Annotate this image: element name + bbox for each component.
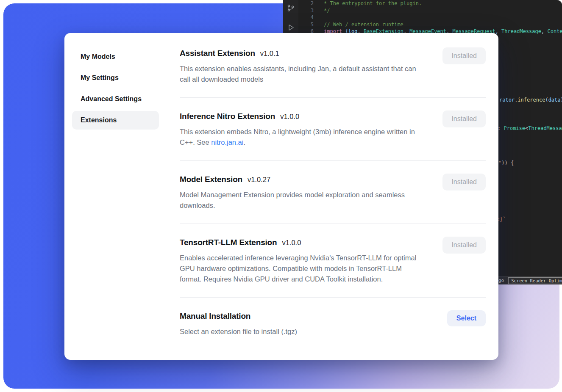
extension-info: TensortRT-LLM Extension v1.0.0 Enables a… bbox=[180, 237, 442, 284]
code-token: Promise bbox=[504, 125, 525, 131]
line-number: 3 bbox=[301, 8, 314, 14]
source-control-icon[interactable] bbox=[287, 4, 295, 12]
extension-description: This extension embeds Nitro, a lightweig… bbox=[180, 127, 425, 148]
installed-button[interactable]: Installed bbox=[442, 174, 486, 190]
description-text: . bbox=[243, 138, 245, 146]
settings-modal: My Models My Settings Advanced Settings … bbox=[64, 33, 498, 360]
extension-title-row: Inference Nitro Extension v1.0.0 bbox=[180, 110, 442, 122]
screen-reader-badge[interactable]: Screen Reader Optimized bbox=[508, 277, 562, 284]
sidebar-item-advanced-settings[interactable]: Advanced Settings bbox=[72, 90, 159, 108]
code-token: rator bbox=[499, 97, 515, 103]
status-bar-text: go bbox=[498, 278, 504, 283]
extension-description: Enables accelerated inference leveraging… bbox=[180, 253, 425, 284]
line-number: 4 bbox=[301, 14, 314, 20]
extension-title-row: Assistant Extension v1.0.1 bbox=[180, 47, 442, 59]
code-token: ContentType bbox=[547, 28, 562, 34]
extension-description: Select an extension file to install (.tg… bbox=[180, 326, 425, 337]
code-line-5: // Web / extension runtime bbox=[324, 22, 403, 28]
run-debug-icon[interactable] bbox=[287, 24, 295, 31]
code-fragment: ")) { bbox=[498, 160, 514, 166]
select-file-button[interactable]: Select bbox=[447, 310, 486, 326]
code-token: ThreadMessage bbox=[501, 28, 541, 34]
code-token: : bbox=[498, 125, 504, 131]
extension-version: v1.0.0 bbox=[280, 113, 299, 121]
code-token: inference bbox=[517, 97, 545, 103]
extension-version: v1.0.27 bbox=[248, 176, 270, 184]
extension-title-row: Manual Installation bbox=[180, 310, 447, 322]
extension-section-tensorrt: TensortRT-LLM Extension v1.0.0 Enables a… bbox=[180, 224, 486, 298]
extension-title: Inference Nitro Extension bbox=[180, 110, 275, 122]
extension-info: Manual Installation Select an extension … bbox=[180, 310, 447, 337]
manual-installation-section: Manual Installation Select an extension … bbox=[180, 298, 486, 350]
extension-info: Model Extension v1.0.27 Model Management… bbox=[180, 174, 442, 211]
code-token: data bbox=[548, 97, 561, 103]
settings-sidebar: My Models My Settings Advanced Settings … bbox=[64, 33, 165, 360]
code-token: ( bbox=[545, 97, 548, 103]
installed-button[interactable]: Installed bbox=[442, 47, 486, 64]
extension-title-row: Model Extension v1.0.27 bbox=[180, 174, 442, 185]
code-line-3: */ bbox=[324, 8, 330, 14]
extension-description: Model Management Extension provides mode… bbox=[180, 190, 425, 211]
extension-version: v1.0.0 bbox=[282, 239, 301, 247]
extension-section-model: Model Extension v1.0.27 Model Management… bbox=[180, 161, 486, 224]
extension-info: Assistant Extension v1.0.1 This extensio… bbox=[180, 47, 442, 85]
code-token: ); bbox=[561, 97, 562, 103]
code-token: , bbox=[541, 28, 547, 34]
extensions-panel: Assistant Extension v1.0.1 This extensio… bbox=[165, 33, 498, 360]
extension-version: v1.0.1 bbox=[260, 50, 279, 58]
nitro-jan-ai-link[interactable]: nitro.jan.ai bbox=[211, 138, 243, 146]
extension-description: This extension enables assistants, inclu… bbox=[180, 63, 425, 85]
sidebar-item-extensions[interactable]: Extensions bbox=[72, 111, 159, 130]
sidebar-item-my-models[interactable]: My Models bbox=[72, 47, 159, 66]
code-fragment: : Promise<ThreadMessage> bbox=[498, 125, 562, 131]
extension-title: Manual Installation bbox=[180, 310, 250, 322]
code-token: , bbox=[495, 28, 501, 34]
extension-title: Model Extension bbox=[180, 174, 242, 185]
code-token: )) { bbox=[501, 160, 514, 166]
installed-button[interactable]: Installed bbox=[442, 237, 486, 254]
code-fragment: rator.inference(data); bbox=[499, 97, 562, 103]
extension-section-assistant: Assistant Extension v1.0.1 This extensio… bbox=[180, 47, 486, 98]
extension-title: Assistant Extension bbox=[180, 47, 255, 59]
sidebar-item-my-settings[interactable]: My Settings bbox=[72, 69, 159, 87]
line-number: 5 bbox=[301, 22, 314, 28]
extension-info: Inference Nitro Extension v1.0.0 This ex… bbox=[180, 110, 442, 148]
code-token: ThreadMessage bbox=[528, 125, 562, 131]
extension-title-row: TensortRT-LLM Extension v1.0.0 bbox=[180, 237, 442, 248]
extension-section-nitro: Inference Nitro Extension v1.0.0 This ex… bbox=[180, 98, 486, 161]
installed-button[interactable]: Installed bbox=[442, 110, 486, 127]
extension-title: TensortRT-LLM Extension bbox=[180, 237, 277, 248]
code-line-2: * The entrypoint for the plugin. bbox=[324, 0, 422, 6]
line-number: 2 bbox=[301, 0, 314, 6]
